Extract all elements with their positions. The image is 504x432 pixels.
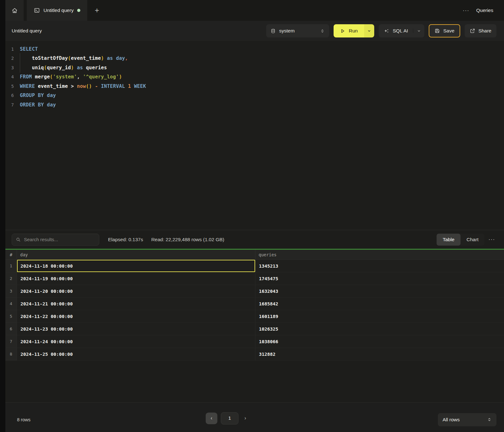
database-icon: [271, 28, 276, 34]
code-line: 4FROM merge('system', '^query_log'): [5, 72, 504, 82]
sql-console-app: Untitled query + ··· Queries Untitled qu…: [5, 0, 504, 432]
queries-cell[interactable]: 312882: [255, 348, 504, 361]
line-number: 6: [5, 93, 20, 98]
read-stat: Read: 22,229,488 rows (1.02 GB): [151, 237, 224, 242]
database-selected-value: system: [279, 28, 295, 34]
day-cell[interactable]: 2024-11-24 00:00:00: [17, 335, 255, 348]
day-cell[interactable]: 2024-11-21 00:00:00: [17, 298, 255, 310]
search-icon: [16, 237, 21, 242]
code-line: 5WHERE event_time > now() - INTERVAL 1 W…: [5, 82, 504, 91]
queries-panel-toggle[interactable]: Queries: [476, 8, 493, 13]
query-title: Untitled query: [12, 28, 42, 34]
tab-chart-view[interactable]: Chart: [461, 234, 484, 246]
column-header-index: #: [5, 252, 17, 257]
queries-cell[interactable]: 1601189: [255, 310, 504, 323]
queries-cell[interactable]: 1685842: [255, 298, 504, 310]
run-button[interactable]: Run: [334, 24, 364, 37]
code-text: SELECT: [20, 46, 38, 52]
row-index-cell: 4: [5, 298, 17, 310]
code-text: GROUP BY day: [20, 93, 56, 98]
previous-page-button[interactable]: ‹: [206, 412, 217, 424]
sql-editor[interactable]: 1SELECT2 toStartOfDay(event_time) as day…: [5, 41, 504, 230]
column-header-day: day: [17, 250, 255, 259]
sparkles-icon: [384, 28, 389, 34]
unsaved-changes-dot: [77, 9, 80, 12]
row-index-cell: 2: [5, 272, 17, 285]
view-switcher: Table Chart: [437, 234, 484, 246]
code-text: ORDER BY day: [20, 102, 56, 108]
tab-bar: Untitled query + ··· Queries: [5, 0, 504, 21]
queries-cell[interactable]: 1026325: [255, 323, 504, 335]
line-number: 7: [5, 102, 20, 107]
save-button[interactable]: Save: [429, 24, 460, 37]
table-row: 72024-11-24 00:00:001038066: [5, 335, 504, 348]
save-label: Save: [443, 28, 454, 34]
code-text: uniq(query_id) as queries: [20, 65, 107, 71]
table-row: 22024-11-19 00:00:001745475: [5, 272, 504, 285]
line-number: 4: [5, 74, 20, 79]
line-number: 2: [5, 56, 20, 61]
day-cell[interactable]: 2024-11-20 00:00:00: [17, 285, 255, 298]
rows-count-label: 8 rows: [17, 417, 31, 422]
results-toolbar: Elapsed: 0.137s Read: 22,229,488 rows (1…: [5, 230, 504, 249]
code-text: WHERE event_time > now() - INTERVAL 1 WE…: [20, 83, 146, 89]
elapsed-stat: Elapsed: 0.137s: [108, 237, 143, 242]
run-options-button[interactable]: [364, 24, 374, 37]
day-cell[interactable]: 2024-11-22 00:00:00: [17, 310, 255, 323]
new-tab-button[interactable]: +: [87, 0, 107, 21]
share-button[interactable]: Share: [465, 24, 496, 37]
chevron-up-down-icon: [320, 29, 325, 33]
row-index-cell: 5: [5, 310, 17, 323]
tab-gap: [24, 0, 27, 21]
chevron-down-icon: [367, 29, 371, 33]
share-icon: [470, 28, 475, 34]
tab-label: Untitled query: [43, 8, 74, 13]
day-cell[interactable]: 2024-11-19 00:00:00: [17, 272, 255, 285]
sql-ai-button-group: SQL AI: [379, 24, 425, 37]
code-text: FROM merge('system', '^query_log'): [20, 74, 122, 80]
sql-ai-options-button[interactable]: [413, 29, 424, 33]
queries-cell[interactable]: 1632043: [255, 285, 504, 298]
day-cell[interactable]: 2024-11-18 00:00:00: [17, 260, 255, 272]
tab-table-view[interactable]: Table: [437, 234, 461, 246]
terminal-icon: [34, 7, 40, 14]
row-index-cell: 3: [5, 285, 17, 298]
database-selector[interactable]: system: [266, 24, 329, 37]
row-index-cell: 1: [5, 260, 17, 272]
tabbar-right: ··· Queries: [463, 0, 504, 21]
code-line: 6GROUP BY day: [5, 91, 504, 100]
table-row: 82024-11-25 00:00:00312882: [5, 348, 504, 361]
search-results-input[interactable]: [24, 237, 95, 242]
home-button[interactable]: [5, 0, 24, 21]
chevron-down-icon: [417, 29, 421, 33]
results-footer: 8 rows ‹ 1 › All rows: [5, 402, 504, 432]
next-page-button[interactable]: ›: [242, 415, 249, 421]
sql-ai-button[interactable]: SQL AI: [379, 28, 413, 34]
queries-cell[interactable]: 1745475: [255, 272, 504, 285]
results-table-body: 12024-11-18 00:00:00134521322024-11-19 0…: [5, 260, 504, 361]
code-line: 1SELECT: [5, 44, 504, 54]
line-number: 5: [5, 84, 20, 89]
queries-cell[interactable]: 1038066: [255, 335, 504, 348]
tabbar-more-button[interactable]: ···: [463, 7, 469, 14]
save-icon: [434, 28, 440, 34]
sql-ai-label: SQL AI: [393, 28, 408, 34]
results-more-button[interactable]: ···: [486, 236, 497, 243]
home-icon: [11, 7, 18, 14]
queries-cell[interactable]: 1345213: [255, 260, 504, 272]
toolbar-actions: system Run: [266, 24, 496, 37]
tab-untitled-query[interactable]: Untitled query: [27, 0, 87, 21]
page-size-selector[interactable]: All rows: [438, 413, 496, 426]
share-label: Share: [478, 28, 491, 34]
day-cell[interactable]: 2024-11-23 00:00:00: [17, 323, 255, 335]
row-index-cell: 8: [5, 348, 17, 361]
code-line: 3 uniq(query_id) as queries: [5, 63, 504, 72]
current-page-button[interactable]: 1: [221, 412, 238, 424]
table-row: 62024-11-23 00:00:001026325: [5, 323, 504, 335]
code-lines: 1SELECT2 toStartOfDay(event_time) as day…: [5, 44, 504, 110]
run-label: Run: [349, 28, 358, 34]
column-header-queries: queries: [255, 250, 504, 259]
search-results-box[interactable]: [12, 234, 99, 246]
day-cell[interactable]: 2024-11-25 00:00:00: [17, 348, 255, 361]
code-line: 7ORDER BY day: [5, 100, 504, 110]
